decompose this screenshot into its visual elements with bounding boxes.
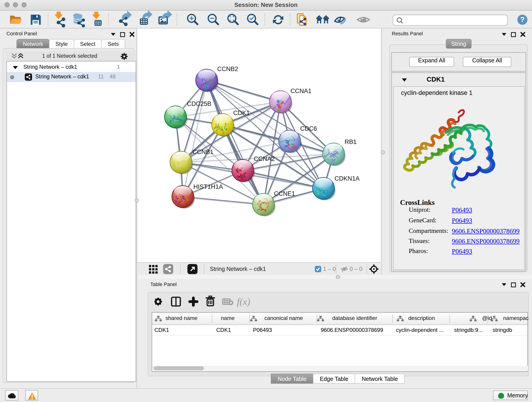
svg-text:CDK1: CDK1 <box>233 109 250 116</box>
svg-text:CCNE1: CCNE1 <box>274 190 295 197</box>
svg-text:CCNB1: CCNB1 <box>192 148 214 155</box>
svg-text:CDC6: CDC6 <box>300 125 317 132</box>
svg-text:CCNA2: CCNA2 <box>254 155 275 162</box>
svg-text:CCNA1: CCNA1 <box>291 88 312 95</box>
svg-text:CDKN1A: CDKN1A <box>335 175 360 182</box>
svg-text:RB1: RB1 <box>345 138 357 145</box>
svg-text:CDC25B: CDC25B <box>187 100 211 107</box>
svg-text:CCNB2: CCNB2 <box>217 65 238 72</box>
svg-text:HIST1H1A: HIST1H1A <box>193 183 223 190</box>
